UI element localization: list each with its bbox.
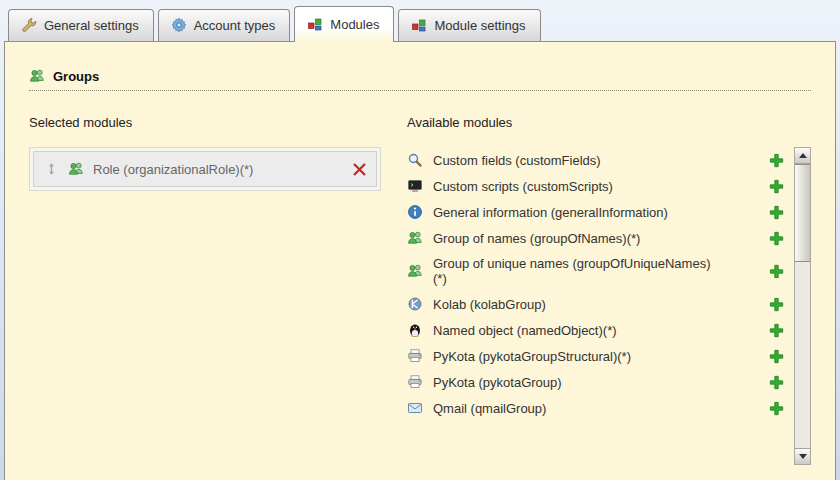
modules-icon xyxy=(411,17,427,33)
available-module-row: PyKota (pykotaGroupStructural)(*) xyxy=(407,343,794,369)
groups-icon xyxy=(29,68,45,84)
scroll-down-button[interactable] xyxy=(795,448,810,464)
triangle-down-icon xyxy=(799,454,807,459)
available-module-row: Group of names (groupOfNames)(*) xyxy=(407,225,794,251)
plus-icon xyxy=(768,204,784,220)
magnifier-icon xyxy=(407,152,423,168)
scroll-up-button[interactable] xyxy=(795,148,810,164)
available-module-row: Named object (namedObject)(*) xyxy=(407,317,794,343)
available-module-label: Qmail (qmailGroup) xyxy=(433,401,546,416)
scroll-thumb[interactable] xyxy=(795,164,810,262)
modules-icon xyxy=(307,16,323,32)
plus-icon xyxy=(768,178,784,194)
section-title: Groups xyxy=(53,69,99,84)
group-icon xyxy=(407,230,423,246)
module-columns: Selected modules Role (organizationalRol… xyxy=(29,115,811,465)
modules-panel: Groups Selected modules Role (organizati… xyxy=(4,41,836,480)
triangle-up-icon xyxy=(799,153,807,158)
tab-module-settings[interactable]: Module settings xyxy=(398,9,540,41)
tab-label: General settings xyxy=(44,18,139,33)
available-module-label: Group of names (groupOfNames)(*) xyxy=(433,231,640,246)
drag-handle[interactable] xyxy=(43,161,59,177)
available-module-row: General information (generalInformation) xyxy=(407,199,794,225)
available-module-label: PyKota (pykotaGroupStructural)(*) xyxy=(433,349,631,364)
add-module-button[interactable] xyxy=(768,374,784,390)
kolab-icon xyxy=(407,296,423,312)
tab-label: Modules xyxy=(330,17,379,32)
groups-section-header: Groups xyxy=(29,68,811,91)
plus-icon xyxy=(768,348,784,364)
available-module-label: General information (generalInformation) xyxy=(433,205,668,220)
available-modules-list: Custom fields (customFields) Custom scri… xyxy=(407,147,794,465)
add-module-button[interactable] xyxy=(768,400,784,416)
info-icon xyxy=(407,204,423,220)
group-icon xyxy=(68,161,84,177)
add-module-button[interactable] xyxy=(768,296,784,312)
add-module-button[interactable] xyxy=(768,178,784,194)
available-modules-column: Available modules Custom fields (customF… xyxy=(407,115,811,465)
plus-icon xyxy=(768,230,784,246)
tux-icon xyxy=(407,322,423,338)
wrench-icon xyxy=(21,17,37,33)
available-module-label: Custom scripts (customScripts) xyxy=(433,179,613,194)
drag-icon xyxy=(43,161,59,177)
add-module-button[interactable] xyxy=(768,230,784,246)
available-module-row: PyKota (pykotaGroup) xyxy=(407,369,794,395)
add-module-button[interactable] xyxy=(768,348,784,364)
add-module-button[interactable] xyxy=(768,263,784,279)
printer-icon xyxy=(407,348,423,364)
available-module-label: PyKota (pykotaGroup) xyxy=(433,375,562,390)
available-module-label: Named object (namedObject)(*) xyxy=(433,323,617,338)
group-icon xyxy=(407,263,423,279)
tab-label: Account types xyxy=(194,18,276,33)
plus-icon xyxy=(768,374,784,390)
available-module-label: Group of unique names (groupOfUniqueName… xyxy=(433,256,713,286)
plus-icon xyxy=(768,400,784,416)
scrollbar[interactable] xyxy=(794,147,811,465)
add-module-button[interactable] xyxy=(768,152,784,168)
tab-label: Module settings xyxy=(434,18,525,33)
selected-module-row: Role (organizationalRole)(*) xyxy=(33,151,377,187)
delete-icon xyxy=(351,161,367,177)
screen-icon xyxy=(407,178,423,194)
tab-general-settings[interactable]: General settings xyxy=(8,9,154,41)
remove-module-button[interactable] xyxy=(351,161,367,177)
tab-bar: General settings Account types Modules M… xyxy=(8,0,541,41)
available-modules-heading: Available modules xyxy=(407,115,811,130)
gear-icon xyxy=(171,17,187,33)
available-module-row: Custom fields (customFields) xyxy=(407,147,794,173)
available-module-label: Kolab (kolabGroup) xyxy=(433,297,546,312)
plus-icon xyxy=(768,322,784,338)
add-module-button[interactable] xyxy=(768,204,784,220)
plus-icon xyxy=(768,296,784,312)
tab-account-types[interactable]: Account types xyxy=(158,9,291,41)
selected-modules-heading: Selected modules xyxy=(29,115,381,130)
tab-modules[interactable]: Modules xyxy=(294,6,394,42)
mail-icon xyxy=(407,400,423,416)
plus-icon xyxy=(768,152,784,168)
printer-icon xyxy=(407,374,423,390)
selected-modules-column: Selected modules Role (organizationalRol… xyxy=(29,115,381,465)
available-module-row: Qmail (qmailGroup) xyxy=(407,395,794,421)
plus-icon xyxy=(768,263,784,279)
add-module-button[interactable] xyxy=(768,322,784,338)
selected-modules-list: Role (organizationalRole)(*) xyxy=(29,147,381,191)
available-module-label: Custom fields (customFields) xyxy=(433,153,601,168)
selected-module-label: Role (organizationalRole)(*) xyxy=(93,162,342,177)
available-module-row: Custom scripts (customScripts) xyxy=(407,173,794,199)
available-module-row: Kolab (kolabGroup) xyxy=(407,291,794,317)
available-module-row: Group of unique names (groupOfUniqueName… xyxy=(407,251,794,291)
available-modules-area: Custom fields (customFields) Custom scri… xyxy=(407,147,811,465)
